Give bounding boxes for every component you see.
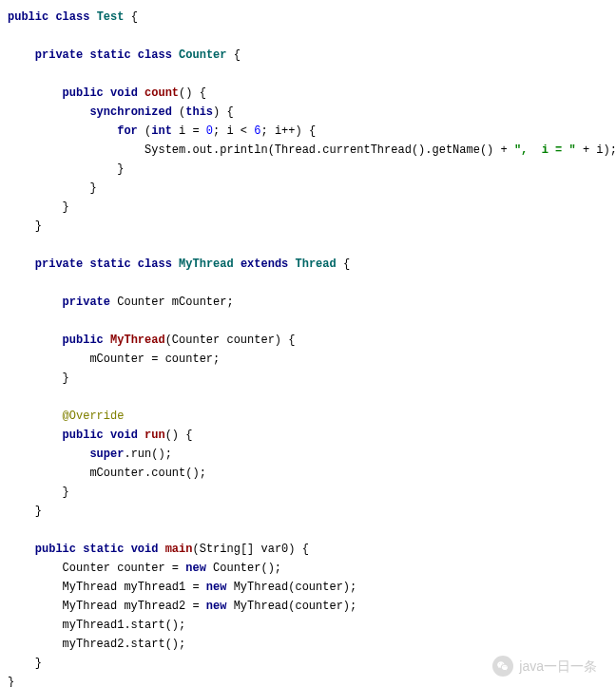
keyword: synchronized bbox=[89, 105, 171, 119]
keyword: new bbox=[185, 562, 206, 575]
class-name: Thread bbox=[296, 258, 337, 271]
code-text: MyThread myThread2 = bbox=[63, 600, 206, 613]
string: ", i = " bbox=[514, 143, 576, 157]
number: 0 bbox=[206, 124, 213, 138]
keyword: for bbox=[117, 124, 138, 138]
keyword: public bbox=[35, 543, 76, 556]
keyword: super bbox=[89, 448, 124, 461]
keyword: private bbox=[35, 48, 83, 62]
keyword: static bbox=[89, 258, 130, 271]
class-name: Counter bbox=[179, 48, 226, 62]
code-text: i = bbox=[172, 124, 206, 138]
code-text: ( bbox=[138, 124, 151, 138]
code-text: System.out.println(Thread.currentThread(… bbox=[144, 143, 514, 157]
code-text: myThread1.start(); bbox=[63, 619, 186, 632]
code-text: } bbox=[8, 676, 14, 687]
code-text: } bbox=[63, 200, 69, 214]
class-name: MyThread bbox=[179, 258, 234, 271]
code-text: Counter counter = bbox=[63, 562, 186, 575]
code-text: ( bbox=[172, 105, 185, 119]
code-text: } bbox=[35, 219, 42, 233]
code-text: + i); bbox=[576, 143, 616, 157]
code-text: { bbox=[124, 10, 137, 24]
code-text: mCounter.count(); bbox=[89, 467, 205, 480]
keyword: class bbox=[138, 48, 172, 62]
code-text: } bbox=[63, 486, 69, 499]
watermark-text: java一日一条 bbox=[519, 657, 597, 676]
java-code-block: public class Test { private static class… bbox=[8, 8, 608, 687]
keyword: public bbox=[63, 334, 104, 347]
keyword: public bbox=[63, 429, 104, 442]
code-text: Counter mCounter; bbox=[110, 296, 234, 309]
keyword: this bbox=[185, 105, 213, 119]
code-text: (Counter counter) { bbox=[165, 334, 296, 347]
code-text: () { bbox=[165, 429, 193, 442]
annotation: @Override bbox=[63, 410, 125, 423]
code-text: Counter(); bbox=[206, 562, 281, 575]
code-text: { bbox=[337, 258, 350, 271]
code-text: ; i < bbox=[213, 124, 254, 138]
code-text: MyThread(counter); bbox=[226, 600, 356, 613]
code-text: mCounter = counter; bbox=[89, 353, 220, 366]
keyword: class bbox=[55, 10, 89, 24]
code-text: () { bbox=[179, 86, 206, 100]
watermark: java一日一条 bbox=[492, 656, 597, 677]
method-name: main bbox=[165, 543, 193, 556]
wechat-icon bbox=[492, 656, 513, 677]
method-name: run bbox=[144, 429, 165, 442]
keyword: class bbox=[138, 258, 172, 271]
keyword: extends bbox=[241, 258, 288, 271]
class-name: Test bbox=[97, 10, 125, 24]
keyword: static bbox=[83, 543, 124, 556]
keyword: new bbox=[206, 600, 227, 613]
code-text: .run(); bbox=[124, 448, 171, 461]
keyword: public bbox=[8, 10, 48, 24]
code-text: { bbox=[227, 48, 241, 62]
code-text: myThread2.start(); bbox=[63, 638, 186, 651]
keyword: void bbox=[110, 86, 138, 100]
keyword: private bbox=[63, 296, 110, 309]
code-text: } bbox=[63, 372, 69, 385]
code-text: MyThread(counter); bbox=[226, 581, 356, 594]
keyword: new bbox=[206, 581, 227, 594]
code-text: } bbox=[35, 505, 42, 518]
code-text: } bbox=[117, 162, 124, 176]
keyword: static bbox=[89, 48, 130, 62]
keyword: int bbox=[151, 124, 172, 138]
code-text: ) { bbox=[213, 105, 234, 119]
code-text: } bbox=[89, 181, 96, 195]
method-name: count bbox=[144, 86, 179, 100]
keyword: void bbox=[110, 429, 138, 442]
keyword: void bbox=[131, 543, 159, 556]
method-name: MyThread bbox=[110, 334, 165, 347]
keyword: private bbox=[35, 258, 83, 271]
code-text: (String[] var0) { bbox=[192, 543, 308, 556]
code-text: ; i++) { bbox=[260, 124, 316, 138]
code-text: } bbox=[35, 657, 42, 670]
keyword: public bbox=[63, 86, 104, 100]
code-text: MyThread myThread1 = bbox=[63, 581, 206, 594]
